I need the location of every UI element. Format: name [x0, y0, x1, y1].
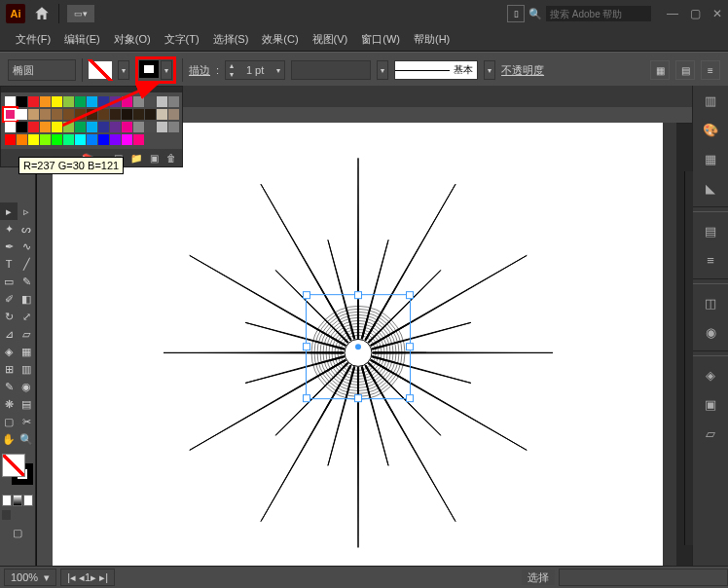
eraser-tool[interactable]: ◧ — [18, 290, 35, 308]
hand-tool[interactable]: ✋ — [0, 430, 18, 448]
symbols-panel-icon[interactable]: ▤ — [700, 220, 721, 241]
swatch[interactable] — [28, 122, 39, 132]
menu-view[interactable]: 视图(V) — [307, 30, 354, 49]
artboard-tool[interactable]: ▢ — [0, 413, 18, 430]
new-group-icon[interactable]: 📁 — [130, 153, 142, 164]
eyedropper-tool[interactable]: ✎ — [0, 378, 18, 395]
home-icon[interactable] — [33, 5, 51, 22]
menu-select[interactable]: 选择(S) — [207, 30, 255, 49]
type-tool[interactable]: T — [0, 255, 18, 273]
layers-panel-icon[interactable]: ◈ — [700, 364, 721, 386]
paintbrush-tool[interactable]: ✎ — [18, 273, 35, 290]
swatch[interactable] — [168, 109, 179, 120]
swatch[interactable] — [110, 109, 121, 120]
search-mode-icon[interactable]: ▯ — [507, 5, 525, 22]
swatch[interactable] — [5, 96, 16, 107]
pen-tool[interactable]: ✒ — [0, 238, 18, 255]
search-input[interactable] — [546, 6, 651, 21]
draw-inside[interactable] — [24, 510, 33, 520]
swatch[interactable] — [40, 109, 51, 120]
swatch[interactable] — [63, 96, 74, 107]
mesh-tool[interactable]: ⊞ — [0, 360, 18, 378]
swatch[interactable] — [40, 122, 51, 132]
restore-button[interactable]: ▢ — [690, 7, 701, 20]
properties-panel-icon[interactable]: ▥ — [700, 90, 721, 111]
magic-wand-tool[interactable]: ✦ — [0, 220, 18, 238]
swatch[interactable] — [157, 96, 167, 107]
swatch[interactable] — [63, 109, 74, 120]
gradient-mode[interactable] — [13, 495, 22, 506]
artboards-panel-icon[interactable]: ▱ — [700, 423, 721, 444]
swatch[interactable] — [40, 134, 51, 145]
swatch[interactable] — [5, 122, 16, 132]
more-icon[interactable]: ≡ — [701, 60, 720, 80]
swatch[interactable] — [87, 134, 97, 145]
menu-help[interactable]: 帮助(H) — [408, 30, 455, 49]
swatch[interactable] — [52, 134, 62, 145]
swatch[interactable] — [87, 96, 97, 107]
stroke-weight[interactable]: ▴▾1 pt▾ — [225, 60, 285, 80]
selection-bounding-box[interactable] — [306, 294, 411, 399]
scale-tool[interactable]: ⤢ — [18, 308, 35, 325]
swatch[interactable] — [133, 109, 144, 120]
shape-builder-tool[interactable]: ◈ — [0, 343, 18, 360]
menu-object[interactable]: 对象(O) — [108, 30, 157, 49]
swatch[interactable] — [75, 109, 86, 120]
fill-dropdown[interactable]: ▾ — [118, 60, 129, 80]
draw-normal[interactable] — [2, 510, 11, 520]
blend-tool[interactable]: ◉ — [18, 378, 35, 395]
artboard-nav[interactable]: |◂ ◂ 1 ▸ ▸| — [60, 569, 115, 586]
color-mode[interactable] — [2, 495, 12, 506]
swatch[interactable] — [110, 122, 121, 132]
align-icon[interactable]: ▦ — [650, 60, 670, 80]
swatch[interactable] — [133, 96, 144, 107]
stroke-dropdown[interactable]: ▾ — [161, 60, 172, 80]
swatch[interactable] — [63, 122, 74, 132]
fill-indicator[interactable] — [89, 61, 112, 79]
swatch[interactable] — [122, 134, 132, 145]
draw-behind[interactable] — [13, 510, 21, 520]
graph-tool[interactable]: ▤ — [18, 395, 35, 413]
close-button[interactable]: ✕ — [712, 7, 722, 20]
swatch[interactable] — [168, 96, 179, 107]
swatch[interactable] — [63, 134, 74, 145]
swatch[interactable] — [87, 122, 97, 132]
menu-type[interactable]: 文字(T) — [159, 30, 205, 49]
panel-dock-handle[interactable] — [684, 171, 693, 545]
minimize-button[interactable]: — — [667, 7, 678, 20]
none-mode[interactable] — [23, 495, 33, 506]
selection-tool[interactable]: ▸ — [0, 202, 18, 220]
direct-selection-tool[interactable]: ▹ — [18, 202, 35, 220]
brush-definition[interactable]: 基本 — [394, 60, 478, 80]
swatch[interactable] — [87, 109, 97, 120]
workspace-switcher[interactable]: ▭▾ — [67, 5, 94, 22]
stroke-indicator[interactable] — [139, 60, 159, 78]
asset-panel-icon[interactable]: ▣ — [700, 393, 721, 415]
swatch[interactable] — [122, 122, 132, 132]
swatch[interactable] — [98, 96, 109, 107]
slice-tool[interactable]: ✂ — [18, 413, 35, 430]
swatch[interactable] — [145, 109, 156, 120]
rotate-tool[interactable]: ↻ — [0, 308, 18, 325]
brush-dropdown[interactable]: ▾ — [484, 60, 495, 80]
swatch[interactable] — [28, 96, 39, 107]
shaper-tool[interactable]: ✐ — [0, 290, 18, 308]
swatch[interactable] — [133, 122, 144, 132]
new-swatch-icon[interactable]: ▣ — [150, 153, 159, 164]
swatch[interactable] — [110, 134, 121, 145]
swatch[interactable] — [28, 134, 39, 145]
swatch[interactable] — [5, 109, 16, 120]
variable-width-profile[interactable] — [291, 60, 371, 80]
swatch[interactable] — [145, 96, 156, 107]
rectangle-tool[interactable]: ▭ — [0, 273, 18, 290]
swatch[interactable] — [52, 122, 62, 132]
fill-stroke-indicator[interactable] — [2, 454, 33, 489]
swatch[interactable] — [28, 109, 39, 120]
swatch[interactable] — [75, 134, 86, 145]
stroke-panel-icon[interactable]: ≡ — [700, 249, 721, 271]
swatch[interactable] — [157, 109, 167, 120]
swatch[interactable] — [40, 96, 51, 107]
menu-effect[interactable]: 效果(C) — [256, 30, 304, 49]
swatch[interactable] — [145, 122, 156, 132]
delete-swatch-icon[interactable]: 🗑 — [166, 153, 176, 164]
